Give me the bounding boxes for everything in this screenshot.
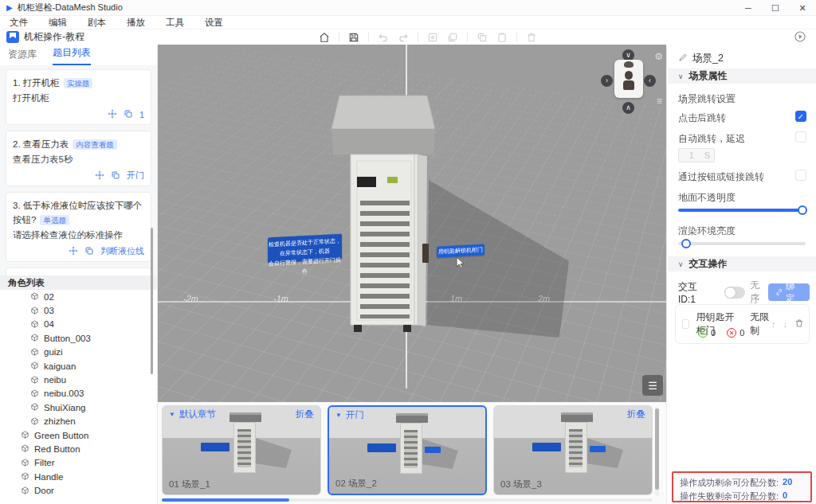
left-panel-scrollbar[interactable] bbox=[151, 228, 153, 374]
collapse-link[interactable]: 折叠 bbox=[296, 408, 314, 420]
chapter-name[interactable]: 默认章节 bbox=[179, 408, 216, 420]
viewport-3d[interactable]: -2m -1m 1m 2m 检查机器是否处于正常状态，在异常状态下，机器 会自行… bbox=[158, 45, 666, 402]
view-gizmo: ∨ › ‹ ∧ bbox=[602, 49, 655, 119]
ground-opacity-slider[interactable] bbox=[678, 209, 806, 212]
role-item[interactable]: Door bbox=[0, 483, 157, 497]
tab-question-list[interactable]: 题目列表 bbox=[53, 46, 91, 65]
role-item[interactable]: Handle bbox=[0, 470, 157, 483]
ground-opacity-slider-handle[interactable] bbox=[798, 205, 807, 215]
role-item[interactable]: Red Button bbox=[0, 442, 157, 455]
move-down-button[interactable]: ↓ bbox=[783, 319, 788, 329]
jump-link-text[interactable]: 1 bbox=[139, 110, 144, 119]
preview-play-button[interactable] bbox=[794, 30, 806, 46]
delay-input[interactable]: 1 S bbox=[678, 148, 715, 162]
role-item[interactable]: kaiguan bbox=[0, 359, 157, 373]
section-interactions[interactable]: ∨ 交互操作 bbox=[668, 256, 816, 272]
maximize-button[interactable]: ☐ bbox=[762, 0, 789, 16]
unordered-toggle[interactable] bbox=[724, 287, 746, 299]
jump-link-icon[interactable] bbox=[84, 246, 94, 257]
delete-interaction-button[interactable] bbox=[794, 318, 804, 330]
menu-tools[interactable]: 工具 bbox=[166, 17, 184, 29]
gizmo-rotate-up-button[interactable]: ∧ bbox=[622, 102, 634, 114]
cube-icon bbox=[21, 444, 29, 453]
question-card[interactable]: 2. 查看压力表内容查看题 查看压力表5秒 开门 bbox=[6, 131, 151, 186]
role-item[interactable]: guizi bbox=[0, 346, 157, 359]
timeline-hscrollbar-thumb[interactable] bbox=[162, 498, 289, 502]
timeline-vscrollbar[interactable] bbox=[655, 407, 659, 496]
viewport-settings-icon[interactable]: ⚙ bbox=[654, 51, 663, 62]
role-item[interactable]: 04 bbox=[0, 318, 157, 331]
frame-icon[interactable] bbox=[427, 32, 438, 43]
jump-link-icon[interactable] bbox=[124, 109, 133, 120]
viewport-options-icon[interactable]: ≡ bbox=[657, 96, 662, 107]
role-item[interactable]: 03 bbox=[0, 303, 157, 317]
move-icon[interactable] bbox=[95, 170, 104, 182]
role-item[interactable]: Green Button bbox=[0, 428, 157, 442]
tab-resource-library[interactable]: 资源库 bbox=[8, 48, 37, 65]
chapter-collapse-arrow[interactable]: ▼ bbox=[335, 412, 342, 419]
menu-file[interactable]: 文件 bbox=[10, 17, 28, 29]
paste-icon[interactable] bbox=[496, 32, 508, 43]
jump-link-text[interactable]: 开门 bbox=[127, 170, 144, 182]
auto-jump-checkbox[interactable] bbox=[795, 131, 806, 143]
undo-button[interactable] bbox=[378, 32, 389, 43]
menu-script[interactable]: 剧本 bbox=[88, 17, 106, 29]
move-icon[interactable] bbox=[69, 246, 78, 257]
menu-edit[interactable]: 编辑 bbox=[49, 17, 67, 29]
scene-card-1[interactable]: ▼默认章节 折叠 01 场景_1 bbox=[162, 405, 321, 495]
cube-icon bbox=[30, 361, 39, 370]
scene-timeline: ▼默认章节 折叠 01 场景_1 ▼开门 02 场景_2 折叠 03 场景_3 bbox=[158, 402, 666, 504]
layers-icon[interactable] bbox=[447, 32, 458, 43]
interaction-checkbox[interactable] bbox=[682, 319, 689, 329]
redo-button[interactable] bbox=[398, 32, 409, 43]
role-item[interactable]: 02 bbox=[0, 290, 157, 303]
role-item[interactable]: Button_003 bbox=[0, 331, 157, 345]
timeline-hscrollbar[interactable] bbox=[162, 498, 653, 502]
cube-icon bbox=[21, 459, 29, 467]
role-item[interactable]: neibu bbox=[0, 373, 157, 386]
timeline-vscrollbar-thumb[interactable] bbox=[655, 408, 659, 490]
collapse-link[interactable]: 折叠 bbox=[627, 408, 645, 420]
interaction-limit[interactable]: 无限制 bbox=[750, 311, 771, 338]
edit-pencil-icon[interactable] bbox=[678, 53, 688, 64]
gizmo-cube[interactable] bbox=[614, 60, 643, 98]
move-up-button[interactable]: ↑ bbox=[771, 319, 776, 329]
save-button[interactable] bbox=[348, 32, 359, 43]
bind-button[interactable]: 绑定 bbox=[768, 283, 810, 301]
jump-settings-title: 场景跳转设置 bbox=[678, 92, 736, 106]
scene-card-3[interactable]: 折叠 03 场景_3 bbox=[493, 405, 653, 495]
env-brightness-slider[interactable] bbox=[678, 242, 806, 245]
role-item[interactable]: ShuiXiang bbox=[0, 400, 157, 414]
menu-play[interactable]: 播放 bbox=[127, 17, 145, 29]
role-item[interactable]: neibu.003 bbox=[0, 387, 157, 400]
gizmo-rotate-right-button[interactable]: › bbox=[601, 75, 613, 87]
link-jump-checkbox[interactable] bbox=[795, 170, 806, 181]
delete-button[interactable] bbox=[526, 32, 537, 43]
click-jump-checkbox[interactable]: ✓ bbox=[795, 111, 806, 122]
server-cabinet-model[interactable] bbox=[158, 45, 666, 402]
interaction-item[interactable]: 用钥匙开柜门 无限制 ↑ ↓ ✓0 ✕0 bbox=[675, 304, 810, 344]
question-card[interactable]: 4. 检查机器第一步操作是?单选题 请选择检查机器是否正常状态的第一步操作 bbox=[6, 268, 151, 275]
mini-banner bbox=[201, 443, 230, 451]
chapter-name[interactable]: 开门 bbox=[346, 409, 364, 421]
jump-link-icon[interactable] bbox=[111, 170, 120, 182]
scene-list-button[interactable]: ☰ bbox=[642, 375, 663, 396]
chapter-collapse-arrow[interactable]: ▼ bbox=[169, 411, 175, 418]
home-button[interactable] bbox=[319, 32, 330, 43]
section-scene-properties[interactable]: ∨ 场景属性 bbox=[668, 68, 816, 84]
role-item[interactable]: zhizhen bbox=[0, 415, 157, 428]
question-card[interactable]: 3. 低于标准液位时应该按下哪个按钮?单选题 请选择检查液位的标准操作 判断液位… bbox=[6, 192, 151, 262]
score-allocation-box: 操作成功剩余可分配分数: 20 操作失败剩余可分配分数: 0 bbox=[672, 471, 812, 502]
jump-link-text[interactable]: 判断液位线 bbox=[100, 245, 144, 257]
role-item[interactable]: Filter bbox=[0, 456, 157, 470]
close-button[interactable]: ✕ bbox=[789, 0, 816, 16]
minimize-button[interactable]: ─ bbox=[735, 0, 762, 16]
env-brightness-slider-handle[interactable] bbox=[681, 239, 691, 248]
move-icon[interactable] bbox=[108, 109, 117, 120]
list-icon: ☰ bbox=[648, 380, 657, 392]
scene-card-2-selected[interactable]: ▼开门 02 场景_2 bbox=[328, 405, 487, 495]
copy-icon[interactable] bbox=[477, 32, 488, 43]
menu-settings[interactable]: 设置 bbox=[205, 17, 223, 29]
question-card[interactable]: 1. 打开机柜实操题 打开机柜 1 bbox=[6, 69, 151, 125]
gizmo-rotate-left-button[interactable]: ‹ bbox=[644, 75, 656, 87]
